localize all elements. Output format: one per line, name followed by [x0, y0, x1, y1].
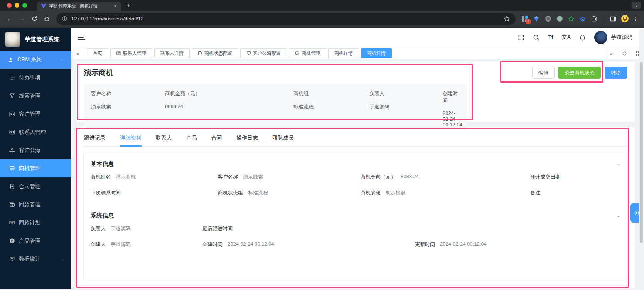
- banknote-icon: [9, 220, 15, 226]
- field-label: 负责人: [369, 90, 443, 97]
- tag-contact-detail[interactable]: 联系人详情: [154, 48, 190, 58]
- sea-waves-icon: [9, 147, 15, 153]
- tab-detail-info[interactable]: 详细资料: [120, 130, 142, 147]
- tab-team-members[interactable]: 团队成员: [272, 130, 294, 147]
- detail-tabs: 跟进记录 详细资料 联系人 产品 合同 操作日志 团队成员: [83, 130, 628, 147]
- tag-business-detail[interactable]: 商机详情: [328, 48, 359, 58]
- sidebar-item-receivables[interactable]: 回款管理: [0, 196, 71, 214]
- field-label: 商机组: [293, 90, 369, 97]
- tag-business-status-config[interactable]: 商机状态配置: [192, 48, 238, 58]
- tag-pool-config[interactable]: 客户公海配置: [240, 48, 287, 58]
- tag-business-detail-active[interactable]: 商机详情: [361, 48, 392, 58]
- forward-icon[interactable]: →: [16, 13, 28, 25]
- layers-extension-icon[interactable]: [579, 15, 587, 23]
- tab-follow-records[interactable]: 跟进记录: [84, 130, 106, 147]
- font-size-icon[interactable]: Tt: [548, 34, 553, 40]
- green-dot-extension-icon[interactable]: [556, 15, 563, 23]
- sidebar-item-label: CRM 系统: [17, 56, 42, 63]
- basic-info-grid: 商机姓名演示商机 客户名称演示线索 商机金额（元）8088.24 预计成交日期 …: [91, 174, 620, 196]
- chevron-down-icon[interactable]: ⌄: [617, 213, 620, 218]
- sidebar-item-label: 客户管理: [19, 111, 40, 118]
- sidebar-item-business[interactable]: 商机管理: [0, 159, 71, 177]
- field-value: 2024-02-24 00:12:04: [443, 110, 462, 128]
- tab-operation-log[interactable]: 操作日志: [236, 130, 258, 147]
- browser-tab[interactable]: 芋道管理系统 - 商机详情 ✕: [37, 2, 121, 11]
- field-value: 2024-02-24 00:12:04: [440, 241, 487, 248]
- site-info-icon[interactable]: [62, 16, 67, 22]
- scrollbar-thumb[interactable]: [640, 62, 643, 243]
- close-window-button[interactable]: [7, 3, 12, 8]
- grey-circle-extension-icon[interactable]: [544, 15, 552, 23]
- business-bus-icon: [295, 51, 300, 56]
- page-scrollbar[interactable]: [639, 29, 644, 290]
- refresh-tag-icon[interactable]: [618, 47, 631, 59]
- tab-products[interactable]: 产品: [186, 130, 197, 147]
- system-info-grid: 负责人芋道源码 最后跟进时间 创建人芋道源码 创建时间2024-02-24 00…: [91, 225, 620, 248]
- chevron-down-icon[interactable]: ⌄: [617, 161, 620, 167]
- devtools-extension-icon[interactable]: 6: [521, 15, 529, 23]
- tab-close-icon[interactable]: ✕: [113, 3, 117, 9]
- edit-button[interactable]: 编辑: [532, 67, 555, 79]
- transfer-button[interactable]: 转移: [605, 67, 627, 79]
- notification-bell-icon[interactable]: [579, 34, 586, 41]
- business-header-card: 演示商机 编辑 变更商机状态 转移 客户名称 演示线索 商: [76, 62, 635, 122]
- change-status-button[interactable]: 变更商机状态: [558, 67, 601, 79]
- field-label: 商机状态组: [218, 189, 243, 196]
- summary-field: 负责人 芋道源码: [369, 90, 443, 128]
- user-menu[interactable]: 芋道源码: [594, 31, 632, 44]
- page-content: 演示商机 编辑 变更商机状态 转移 客户名称 演示线索 商: [71, 59, 644, 289]
- back-icon[interactable]: ←: [4, 13, 15, 25]
- tag-business-manage[interactable]: 商机管理: [289, 48, 326, 58]
- reload-icon[interactable]: [29, 13, 40, 25]
- zoom-window-button[interactable]: [22, 3, 27, 8]
- sidebar-item-payment-plan[interactable]: 回款计划: [0, 214, 71, 232]
- sidebar-item-contacts[interactable]: 联系人管理: [0, 123, 71, 141]
- search-icon[interactable]: [533, 34, 539, 41]
- sidebar-item-crm[interactable]: CRM 系统 ⌃: [0, 51, 71, 69]
- summary-field: 客户名称 演示线索: [91, 90, 165, 128]
- sidebar-item-label: 商机管理: [19, 165, 40, 172]
- browser-menu-icon[interactable]: ⋮: [632, 16, 639, 22]
- scroll-tags-right-icon[interactable]: »: [605, 47, 618, 59]
- field-label: 备注: [530, 189, 540, 196]
- field-value: 8088.24: [165, 103, 293, 109]
- app-title: 芋道管理系统: [25, 36, 59, 43]
- gem-extension-icon[interactable]: [533, 15, 540, 23]
- new-tab-button[interactable]: +: [126, 2, 130, 9]
- app-logo[interactable]: 芋道管理系统: [0, 28, 71, 51]
- tag-home[interactable]: 首页: [87, 48, 108, 58]
- sidebar-item-label: 客户公海: [19, 147, 40, 154]
- sidebar-item-pool[interactable]: 客户公海: [0, 141, 71, 159]
- tab-contacts[interactable]: 联系人: [156, 130, 172, 147]
- sidebar-item-contracts[interactable]: 合同管理: [0, 177, 71, 196]
- site-favicon-icon: [41, 3, 46, 9]
- sidebar-item-products[interactable]: P 产品管理: [0, 232, 71, 250]
- field-label: 预计成交日期: [530, 174, 560, 180]
- sidebar-item-todo[interactable]: 待办事项: [0, 69, 71, 87]
- summary-field: 商机组 标准流程: [293, 90, 369, 128]
- username: 芋道源码: [611, 34, 632, 41]
- address-bar[interactable]: 127.0.0.1/crm/business/detail/12: [56, 13, 516, 25]
- tab-search-icon[interactable]: ⌄: [632, 2, 641, 9]
- tab-contracts[interactable]: 合同: [211, 130, 222, 147]
- extensions-puzzle-icon[interactable]: [590, 15, 598, 23]
- field-label: 创建时间: [443, 90, 462, 104]
- sidebar-item-leads[interactable]: 线索管理: [0, 87, 71, 105]
- fullscreen-icon[interactable]: [518, 34, 524, 41]
- green-star-extension-icon[interactable]: [567, 15, 575, 23]
- translate-icon[interactable]: 文A: [562, 34, 571, 41]
- profile-emoji-icon[interactable]: [621, 15, 629, 23]
- scroll-tags-left-icon[interactable]: «: [71, 47, 84, 59]
- side-panel-icon[interactable]: [609, 15, 617, 23]
- sidebar-submenu: 待办事项 线索管理 客户管理 联系人管理 客户公海: [0, 69, 71, 289]
- business-detail-card: 跟进记录 详细资料 联系人 产品 合同 操作日志 团队成员 基本信息 ⌄: [76, 127, 635, 288]
- home-icon[interactable]: [41, 13, 52, 25]
- field-label: 商机金额（元）: [165, 90, 293, 97]
- sidebar-item-label: 合同管理: [19, 183, 40, 190]
- minimize-window-button[interactable]: [15, 3, 19, 8]
- tag-contact-manage[interactable]: 联系人管理: [110, 48, 152, 58]
- sidebar-item-statistics[interactable]: 数据统计 ⌄: [0, 250, 71, 268]
- collapse-menu-icon[interactable]: [78, 35, 85, 40]
- bookmark-star-icon[interactable]: [504, 15, 510, 22]
- sidebar-item-customers[interactable]: 客户管理: [0, 105, 71, 123]
